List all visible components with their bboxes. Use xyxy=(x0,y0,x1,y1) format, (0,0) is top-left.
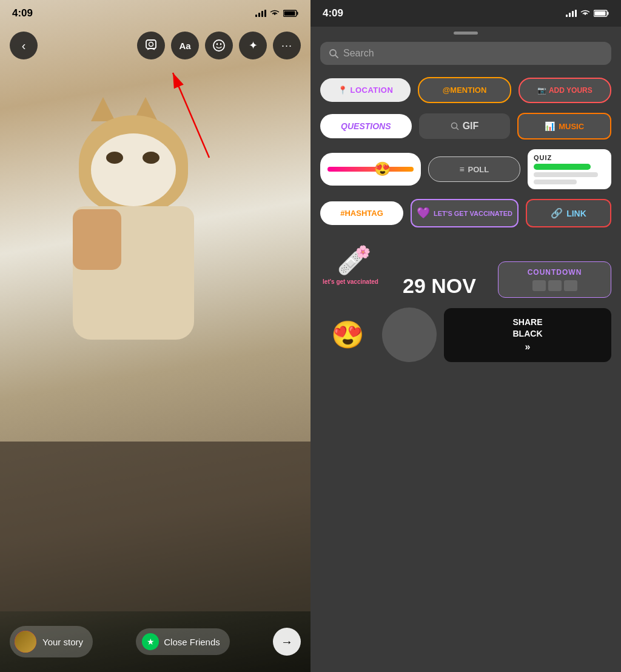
svg-rect-5 xyxy=(297,12,298,15)
signal-icon xyxy=(255,10,266,17)
music-sticker[interactable]: 📊 MUSIC xyxy=(517,113,611,139)
sheet-handle xyxy=(454,32,478,35)
sticker-row-2: QUESTIONS GIF 📊 MUSIC xyxy=(320,113,611,139)
right-battery-icon xyxy=(594,10,609,17)
mention-button[interactable] xyxy=(137,32,165,59)
svg-rect-17 xyxy=(575,10,577,17)
left-time: 4:09 xyxy=(12,7,33,19)
desk-area xyxy=(0,442,310,611)
back-button[interactable]: ‹ xyxy=(10,32,38,59)
battery-icon xyxy=(283,10,298,17)
svg-point-23 xyxy=(451,123,457,129)
quiz-wrong-bar-2 xyxy=(534,180,577,184)
forward-button[interactable]: → xyxy=(273,628,301,656)
hashtag-sticker[interactable]: #HASHTAG xyxy=(320,201,403,225)
close-friends-label: Close Friends xyxy=(164,637,220,647)
svg-rect-14 xyxy=(566,15,568,17)
svg-line-24 xyxy=(456,128,458,130)
left-status-icons xyxy=(255,10,298,17)
addyours-sticker[interactable]: 📷 ADD YOURS xyxy=(519,78,611,103)
svg-line-22 xyxy=(335,55,338,58)
svg-point-9 xyxy=(213,40,224,51)
left-status-bar: 4:09 xyxy=(0,0,310,27)
sticker-row-4: #HASHTAG 💜 LET'S GET VACCINATED 🔗 LINK xyxy=(320,199,611,227)
svg-line-13 xyxy=(173,73,209,158)
countdown-block-1 xyxy=(532,280,546,291)
quiz-sticker[interactable]: QUIZ xyxy=(528,149,611,189)
svg-rect-16 xyxy=(572,11,574,17)
svg-rect-3 xyxy=(264,10,266,17)
svg-rect-2 xyxy=(261,11,263,17)
svg-rect-20 xyxy=(595,12,606,16)
svg-rect-19 xyxy=(608,12,609,15)
countdown-block-2 xyxy=(548,280,562,291)
mention-sticker[interactable]: @MENTION xyxy=(418,77,511,103)
location-sticker[interactable]: 📍 LOCATION xyxy=(320,78,411,102)
text-icon-label: Aa xyxy=(179,41,190,51)
right-panel: 4:09 Search xyxy=(310,0,621,672)
quiz-wrong-bar-1 xyxy=(534,172,598,177)
share-black-sticker[interactable]: SHARE BLACK » xyxy=(444,308,611,363)
vaccinated-image-sticker[interactable]: 🩹 🌸 let's get vaccinated xyxy=(320,237,381,298)
svg-rect-1 xyxy=(258,13,260,17)
gif-search-icon xyxy=(451,122,459,130)
vaccinated-badge-sticker[interactable]: 💜 LET'S GET VACCINATED xyxy=(411,199,519,227)
story-label: Your story xyxy=(42,637,83,647)
sticker-row-3: 😍 ≡ POLL QUIZ xyxy=(320,149,611,189)
right-status-bar: 4:09 xyxy=(310,0,621,27)
svg-point-8 xyxy=(149,42,153,47)
close-friends-button[interactable]: ★ Close Friends xyxy=(136,628,230,655)
emoji-face-sticker[interactable]: 😍 xyxy=(320,307,375,362)
sticker-row-6: 😍 SHARE BLACK » xyxy=(320,307,611,369)
questions-sticker[interactable]: QUESTIONS xyxy=(320,114,412,138)
countdown-sticker[interactable]: COUNTDOWN xyxy=(498,261,611,298)
right-status-icons xyxy=(566,10,609,17)
your-story-button[interactable]: Your story xyxy=(10,626,93,657)
countdown-block-3 xyxy=(564,280,577,291)
search-bar[interactable]: Search xyxy=(320,42,611,65)
poll-sticker[interactable]: ≡ POLL xyxy=(428,156,520,182)
svg-rect-7 xyxy=(146,40,156,49)
date-sticker[interactable]: 29 NOV xyxy=(388,274,491,298)
link-sticker[interactable]: 🔗 LINK xyxy=(526,199,611,227)
more-button[interactable]: ··· xyxy=(273,32,301,59)
sticker-grid: 📍 LOCATION @MENTION 📷 ADD YOURS QUESTION… xyxy=(310,77,621,369)
svg-rect-15 xyxy=(569,13,571,17)
search-placeholder: Search xyxy=(343,48,374,59)
right-wifi-icon xyxy=(580,10,590,17)
wifi-icon xyxy=(270,10,280,17)
text-button[interactable]: Aa xyxy=(171,32,199,59)
bottom-bar: Your story ★ Close Friends → xyxy=(0,611,310,672)
toolbar-right-buttons: Aa ✦ ··· xyxy=(137,32,301,59)
red-arrow xyxy=(155,67,227,164)
right-signal-icon xyxy=(566,10,577,17)
slider-sticker[interactable]: 😍 xyxy=(320,153,421,186)
close-friends-icon: ★ xyxy=(142,633,159,650)
sparkle-button[interactable]: ✦ xyxy=(239,32,267,59)
top-toolbar: ‹ Aa xyxy=(0,32,310,59)
search-icon xyxy=(329,49,338,58)
avatar xyxy=(15,631,36,653)
right-time: 4:09 xyxy=(323,7,343,19)
gray-circle-sticker[interactable] xyxy=(382,307,437,362)
sticker-row-1: 📍 LOCATION @MENTION 📷 ADD YOURS xyxy=(320,77,611,103)
gif-sticker[interactable]: GIF xyxy=(419,113,511,139)
svg-rect-0 xyxy=(255,15,257,17)
countdown-blocks xyxy=(532,280,577,291)
left-panel: 4:09 ‹ xyxy=(0,0,310,672)
sticker-row-5: 🩹 🌸 let's get vaccinated 29 NOV COUNTDOW… xyxy=(320,237,611,298)
quiz-correct-bar xyxy=(534,164,591,170)
forward-icon: → xyxy=(281,635,293,649)
svg-rect-6 xyxy=(284,12,295,16)
face-button[interactable] xyxy=(205,32,233,59)
emoji-label: 😍 xyxy=(331,319,364,351)
